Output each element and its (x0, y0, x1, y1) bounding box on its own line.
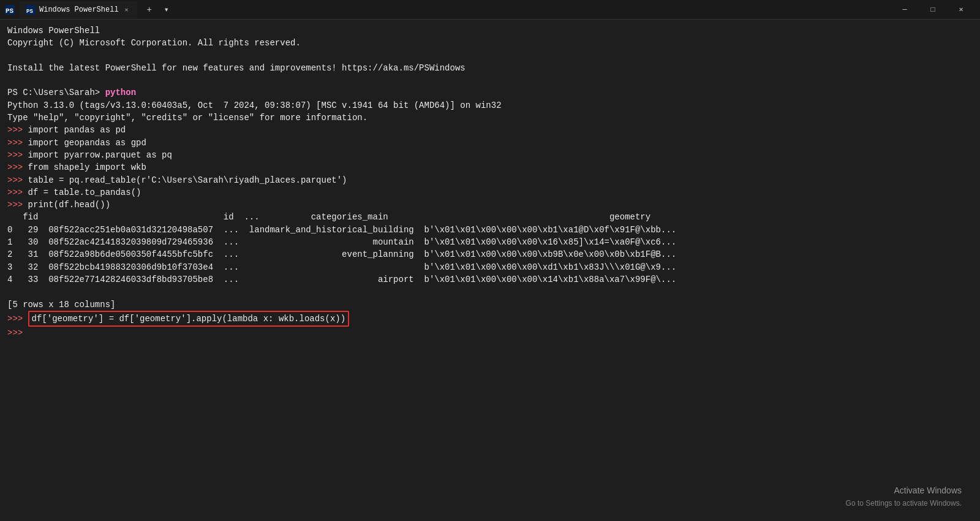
activate-windows-watermark: Activate Windows Go to Settings to activ… (846, 484, 962, 509)
repl-prompt-10: >>> (7, 138, 28, 148)
line-4: Install the latest PowerShell for new fe… (7, 62, 973, 74)
repl-code-10: import geopandas as gpd (28, 138, 146, 148)
repl-code-9: import pandas as pd (28, 125, 126, 135)
repl-prompt-13: >>> (7, 175, 28, 185)
repl-prompt-9: >>> (7, 125, 28, 135)
repl-code-13: table = pq.read_table(r'C:\Users\Sarah\r… (28, 175, 347, 185)
line-3 (7, 50, 973, 62)
line-11: >>> import pyarrow.parquet as pq (7, 149, 973, 161)
repl-code-14: df = table.to_pandas() (28, 188, 141, 197)
maximize-button[interactable]: □ (919, 0, 947, 20)
minimize-button[interactable]: ─ (891, 0, 919, 20)
svg-text:PS: PS (26, 9, 33, 15)
line-2: Copyright (C) Microsoft Corporation. All… (7, 37, 973, 49)
line-1: Windows PowerShell (7, 25, 973, 37)
repl-code-12: from shapely import wkb (28, 162, 146, 172)
activate-title: Activate Windows (846, 484, 962, 496)
repl-prompt-24: >>> (7, 314, 28, 324)
line-18: 1 30 08f522ac42141832039809d729465936 ..… (7, 236, 973, 248)
terminal-content: Windows PowerShell Copyright (C) Microso… (0, 20, 980, 521)
repl-code-15: print(df.head()) (28, 200, 110, 210)
powershell-icon: PS (5, 5, 15, 15)
line-13: >>> table = pq.read_table(r'C:\Users\Sar… (7, 174, 973, 186)
line-17: 0 29 08f522acc251eb0a031d32120498a507 ..… (7, 224, 973, 236)
tab-dropdown-button[interactable]: ▾ (159, 2, 174, 17)
line-5 (7, 74, 973, 86)
tab-controls: + ▾ (142, 2, 174, 17)
tab-area: PS Windows PowerShell ✕ + ▾ (20, 1, 886, 18)
activate-subtitle: Go to Settings to activate Windows. (846, 498, 962, 509)
repl-prompt-12: >>> (7, 162, 28, 172)
close-button[interactable]: ✕ (947, 0, 975, 20)
repl-prompt-11: >>> (7, 150, 28, 160)
window-controls: ─ □ ✕ (891, 0, 975, 20)
line-16: fid id ... categories_main geometry (7, 211, 973, 223)
line-19: 2 31 08f522a98b6de0500350f4455bfc5bfc ..… (7, 248, 973, 260)
line-8: Type "help", "copyright", "credits" or "… (7, 112, 973, 124)
line-12: >>> from shapely import wkb (7, 161, 973, 173)
line-20: 3 32 08f522bcb41988320306d9b10f3703e4 ..… (7, 261, 973, 273)
highlighted-code: df['geometry'] = df['geometry'].apply(la… (28, 311, 349, 327)
line-14: >>> df = table.to_pandas() (7, 186, 973, 199)
tab-label: Windows PowerShell (39, 6, 119, 14)
line-10: >>> import geopandas as gpd (7, 137, 973, 149)
line-15: >>> print(df.head()) (7, 199, 973, 211)
line-22 (7, 286, 973, 298)
tab-powershell[interactable]: PS Windows PowerShell ✕ (20, 1, 137, 18)
python-cmd: python (105, 88, 136, 97)
line-9: >>> import pandas as pd (7, 124, 973, 136)
line-7: Python 3.13.0 (tags/v3.13.0:60403a5, Oct… (7, 99, 973, 112)
line-23: [5 rows x 18 columns] (7, 299, 973, 311)
tab-close-button[interactable]: ✕ (123, 6, 131, 14)
tab-icon: PS (26, 5, 36, 15)
repl-prompt-14: >>> (7, 188, 28, 197)
line-25: >>> (7, 327, 973, 339)
repl-prompt-15: >>> (7, 200, 28, 210)
line-6: PS C:\Users\Sarah> python (7, 86, 973, 99)
add-tab-button[interactable]: + (142, 2, 157, 17)
title-bar: PS PS Windows PowerShell ✕ + ▾ ─ □ ✕ (0, 0, 980, 20)
line-21: 4 33 08f522e771428246033df8bd93705be8 ..… (7, 273, 973, 286)
ps-prompt: PS C:\Users\Sarah> (7, 88, 105, 97)
svg-text:PS: PS (6, 7, 14, 15)
repl-prompt-25: >>> (7, 328, 28, 338)
repl-code-11: import pyarrow.parquet as pq (28, 150, 172, 160)
line-24-highlighted: >>> df['geometry'] = df['geometry'].appl… (7, 311, 973, 327)
